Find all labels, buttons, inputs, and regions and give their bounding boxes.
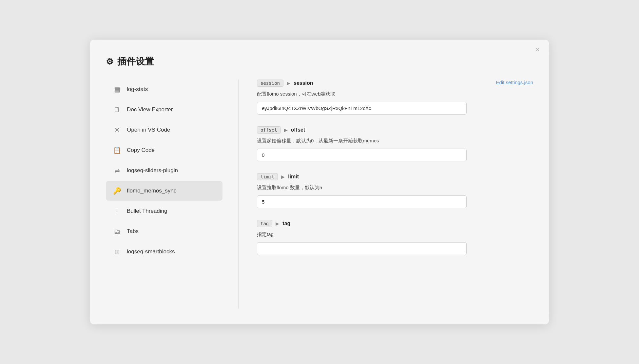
setting-key-badge-session: session [257,80,283,87]
setting-arrow-session: ▶ [287,81,290,86]
sidebar-label-doc-view-exporter: Doc View Exporter [127,106,173,113]
gear-icon: ⚙ [106,57,113,67]
setting-desc-limit: 设置拉取flomo 数量，默认为5 [257,184,523,191]
setting-header-offset: offset▶offset [257,126,523,134]
setting-input-tag[interactable] [257,242,467,255]
sidebar-item-copy-code[interactable]: 📋Copy Code [106,140,223,160]
sidebar-label-flomo-sync: flomo_memos_sync [127,188,176,194]
sidebar-label-log-stats: log-stats [127,86,148,93]
close-button[interactable]: × [535,46,540,53]
settings-container: session▶session配置flomo session，可在web端获取o… [257,80,523,255]
setting-name-tag: tag [282,221,290,227]
setting-key-badge-tag: tag [257,220,272,227]
setting-input-limit[interactable] [257,195,467,208]
sidebar-item-logseq-sliders[interactable]: ⇌logseq-sliders-plugin [106,161,223,180]
sidebar-icon-flomo-sync: 🔑 [112,186,122,196]
setting-block-session: session▶session配置flomo session，可在web端获取 [257,80,523,115]
setting-header-tag: tag▶tag [257,220,523,227]
setting-name-offset: offset [291,127,305,133]
sidebar-label-logseq-smartblocks: logseq-smartblocks [127,248,175,255]
sidebar-icon-tabs: 🗂 [112,226,122,237]
sidebar-icon-logseq-sliders: ⇌ [112,165,122,176]
setting-key-badge-offset: offset [257,126,281,134]
sidebar-item-bullet-threading[interactable]: ⋮Bullet Threading [106,201,223,221]
sidebar-label-tabs: Tabs [127,228,139,235]
setting-arrow-limit: ▶ [281,174,285,179]
sidebar-divider [238,80,239,309]
sidebar-item-log-stats[interactable]: ▤log-stats [106,80,223,99]
setting-header-limit: limit▶limit [257,173,523,180]
sidebar-label-copy-code: Copy Code [127,147,155,154]
sidebar-icon-log-stats: ▤ [112,84,122,95]
setting-block-tag: tag▶tag指定tag [257,220,523,255]
sidebar-label-bullet-threading: Bullet Threading [127,208,167,214]
sidebar-item-open-in-vscode[interactable]: ✕Open in VS Code [106,120,223,140]
setting-key-badge-limit: limit [257,173,278,180]
sidebar-icon-doc-view-exporter: 🗒 [112,104,122,115]
sidebar-label-open-in-vscode: Open in VS Code [127,127,170,133]
content-area: Edit settings.json session▶session配置flom… [246,80,533,309]
dialog-title: ⚙ 插件设置 [106,55,533,68]
dialog-title-text: 插件设置 [117,55,154,68]
sidebar-label-logseq-sliders: logseq-sliders-plugin [127,167,178,174]
sidebar-item-logseq-smartblocks[interactable]: ⊞logseq-smartblocks [106,242,223,262]
main-layout: ▤log-stats🗒Doc View Exporter✕Open in VS … [106,80,533,309]
sidebar-item-flomo-sync[interactable]: 🔑flomo_memos_sync [106,181,223,201]
plugin-settings-dialog: × ⚙ 插件设置 ▤log-stats🗒Doc View Exporter✕Op… [90,40,549,324]
sidebar-item-tabs[interactable]: 🗂Tabs [106,222,223,241]
setting-block-limit: limit▶limit设置拉取flomo 数量，默认为5 [257,173,523,208]
setting-arrow-offset: ▶ [284,127,288,133]
sidebar-icon-bullet-threading: ⋮ [112,206,122,216]
sidebar-item-doc-view-exporter[interactable]: 🗒Doc View Exporter [106,100,223,119]
sidebar-icon-logseq-smartblocks: ⊞ [112,246,122,257]
setting-desc-session: 配置flomo session，可在web端获取 [257,90,523,98]
setting-arrow-tag: ▶ [276,221,279,226]
setting-input-session[interactable] [257,102,467,115]
setting-block-offset: offset▶offset设置起始偏移量，默认为0，从最新一条开始获取memos [257,126,523,161]
setting-header-session: session▶session [257,80,523,87]
sidebar-icon-copy-code: 📋 [112,145,122,155]
setting-input-offset[interactable] [257,149,467,161]
edit-settings-link[interactable]: Edit settings.json [496,80,533,85]
setting-name-limit: limit [288,174,299,180]
setting-desc-tag: 指定tag [257,230,523,238]
sidebar: ▤log-stats🗒Doc View Exporter✕Open in VS … [106,80,230,309]
sidebar-icon-open-in-vscode: ✕ [112,125,122,135]
setting-name-session: session [294,80,313,86]
setting-desc-offset: 设置起始偏移量，默认为0，从最新一条开始获取memos [257,137,523,145]
